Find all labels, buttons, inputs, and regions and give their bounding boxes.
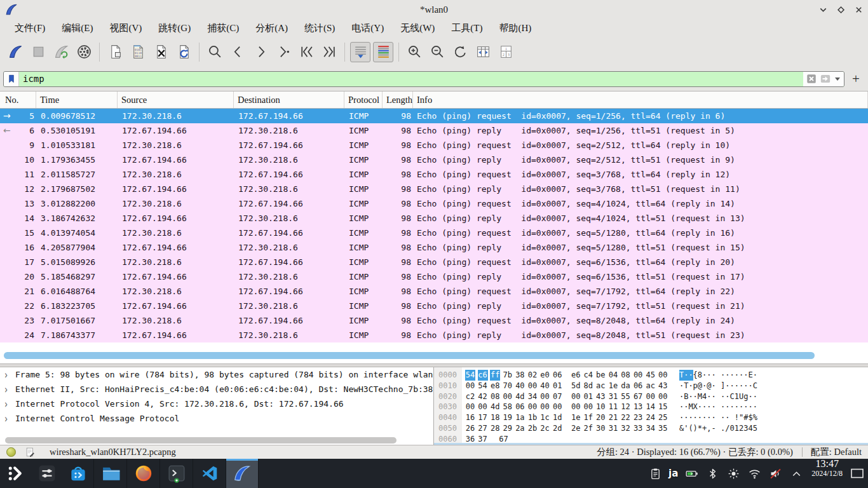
hex-row[interactable]: 0040161718191a1b1c1d1e1f202122232425····… [434,412,868,423]
menu-help[interactable]: 帮助(H) [491,20,539,36]
go-forward-button[interactable] [250,42,271,62]
hex-row[interactable]: 0020c24208004d3400070001433155670000·B··… [434,391,868,402]
show-desktop-button[interactable] [846,459,868,488]
hex-row[interactable]: 0050262728292a2b2c2d2e2f303132333435&'()… [434,423,868,434]
filter-bookmark-icon[interactable] [4,72,19,86]
packet-row-23[interactable]: 237.017501667172.30.218.6172.67.194.66IC… [0,313,868,328]
packet-row-16[interactable]: 164.205877904172.67.194.66172.30.218.6IC… [0,240,868,255]
taskbar-window-terminal[interactable] [159,459,193,488]
filter-clear-icon[interactable] [806,73,817,85]
column-header-source[interactable]: Source [118,92,234,108]
menu-go[interactable]: 跳转(G) [150,20,199,36]
zoom-original-button[interactable] [450,42,470,62]
find-packet-button[interactable] [205,42,225,62]
expander-chevron-icon[interactable]: › [4,411,8,426]
menu-capture[interactable]: 捕获(C) [199,20,247,36]
detail-row[interactable]: ›Internet Protocol Version 4, Src: 172.3… [0,396,433,411]
filter-text[interactable]: icmp [19,74,803,84]
hex-row[interactable]: 00100054e870400040015d8dac1eda06ac43·T·p… [434,381,868,391]
stop-capture-button[interactable] [28,42,48,62]
capture-options-button[interactable] [74,42,94,62]
go-first-button[interactable] [296,42,316,62]
zoom-in-button[interactable] [404,42,424,62]
packet-row-10[interactable]: 101.179363455172.67.194.66172.30.218.6IC… [0,152,868,167]
go-last-button[interactable] [319,42,339,62]
minimize-button[interactable] [818,4,829,15]
packet-row-15[interactable]: 154.013974054172.30.218.6172.67.194.66IC… [0,226,868,240]
column-header-no[interactable]: No. [0,92,36,108]
maximize-button[interactable] [836,4,846,15]
packet-row-11[interactable]: 112.011585727172.30.218.6172.67.194.66IC… [0,167,868,182]
menu-statistics[interactable]: 统计(S) [296,20,343,36]
packet-row-21[interactable]: 216.016488764172.30.218.6172.67.194.66IC… [0,284,868,299]
input-method-indicator[interactable]: ja [668,468,678,479]
restart-capture-button[interactable] [51,42,71,62]
packet-row-12[interactable]: 122.179687502172.67.194.66172.30.218.6IC… [0,182,868,196]
taskbar-window-firefox[interactable] [126,459,159,488]
column-header-length[interactable]: Length [383,92,413,108]
zoom-out-button[interactable] [427,42,447,62]
hex-row[interactable]: 003000004d58060000000000101112131415··MX… [434,402,868,412]
packet-row-24[interactable]: 247.186743377172.67.194.66172.30.218.6IC… [0,328,868,342]
start-capture-button[interactable] [5,42,25,62]
details-hscroll-thumb[interactable] [5,437,397,444]
packet-row-9[interactable]: 91.010533181172.30.218.6172.67.194.66ICM… [0,138,868,152]
packet-list-hscroll-thumb[interactable] [4,352,815,359]
column-header-info[interactable]: Info [413,92,868,108]
packet-row-20[interactable]: 205.185468297172.67.194.66172.30.218.6IC… [0,269,868,284]
taskbar-clock[interactable]: 13:47 2024/12/8 [811,459,843,488]
menu-edit[interactable]: 编辑(E) [53,20,101,36]
filter-apply-icon[interactable] [820,73,831,85]
column-header-time[interactable]: Time [36,92,118,108]
layout-chooser-button[interactable]: 123 [496,42,516,62]
menu-file[interactable]: 文件(F) [6,20,53,36]
menu-view[interactable]: 视图(V) [102,20,151,36]
hex-hscrollbar[interactable] [434,443,868,445]
detail-row[interactable]: ›Ethernet II, Src: HonHaiPrecis_c4:be:04… [0,382,433,396]
detail-row[interactable]: ›Internet Control Message Protocol [0,411,433,426]
auto-scroll-button[interactable] [350,42,370,62]
battery-icon[interactable] [684,466,699,481]
add-filter-button[interactable]: + [849,72,863,86]
menu-tools[interactable]: 工具(T) [443,20,491,36]
packet-row-5[interactable]: 50.009678512172.30.218.6172.67.194.66ICM… [0,109,868,123]
packet-row-22[interactable]: 226.183223705172.67.194.66172.30.218.6IC… [0,299,868,313]
packet-row-14[interactable]: 143.186742632172.67.194.66172.30.218.6IC… [0,211,868,226]
packet-row-13[interactable]: 133.012882200172.30.218.6172.67.194.66IC… [0,196,868,211]
taskbar-window-file-manager[interactable] [93,459,126,488]
menu-analyze[interactable]: 分析(A) [247,20,296,36]
close-button[interactable] [853,4,864,15]
brightness-icon[interactable] [726,466,741,481]
expander-chevron-icon[interactable]: › [4,382,8,396]
taskbar-launcher-settings[interactable] [31,459,62,488]
detail-row[interactable]: ›Frame 5: 98 bytes on wire (784 bits), 9… [0,367,433,382]
expert-info-icon[interactable] [6,447,16,457]
filter-dropdown-caret-icon[interactable] [835,78,840,81]
taskbar-launcher-app-launcher[interactable] [0,459,31,488]
expander-chevron-icon[interactable]: › [4,396,8,411]
wifi-icon[interactable] [747,466,762,481]
column-header-destination[interactable]: Destination [234,92,344,108]
save-file-button[interactable]: 010101100011 [128,42,148,62]
colorize-button[interactable] [373,42,393,62]
capture-comment-icon[interactable] [25,447,36,458]
go-to-packet-button[interactable] [273,42,294,62]
open-file-button[interactable] [105,42,125,62]
column-header-protocol[interactable]: Protocol [344,92,383,108]
bluetooth-icon[interactable] [705,466,720,481]
taskbar-window-wireshark[interactable] [226,459,259,488]
profile-selector[interactable]: 配置: Default [811,446,862,458]
clipboard-icon[interactable] [648,466,663,481]
taskbar-launcher-software-store[interactable] [62,459,93,488]
packet-row-6[interactable]: 60.530105191172.67.194.66172.30.218.6ICM… [0,123,868,138]
reload-file-button[interactable] [173,42,194,62]
menu-telephony[interactable]: 电话(Y) [343,20,392,36]
volume-muted-icon[interactable] [768,466,783,481]
close-capture-button[interactable] [151,42,171,62]
taskbar-window-vscode[interactable] [193,459,226,488]
hex-row[interactable]: 000054c6ff7b3802e006e6c4be0408004500T··{… [434,370,868,381]
go-back-button[interactable] [227,42,248,62]
packet-row-17[interactable]: 175.015089926172.30.218.6172.67.194.66IC… [0,255,868,269]
tray-expand-icon[interactable] [789,466,804,481]
resize-columns-button[interactable] [473,42,493,62]
